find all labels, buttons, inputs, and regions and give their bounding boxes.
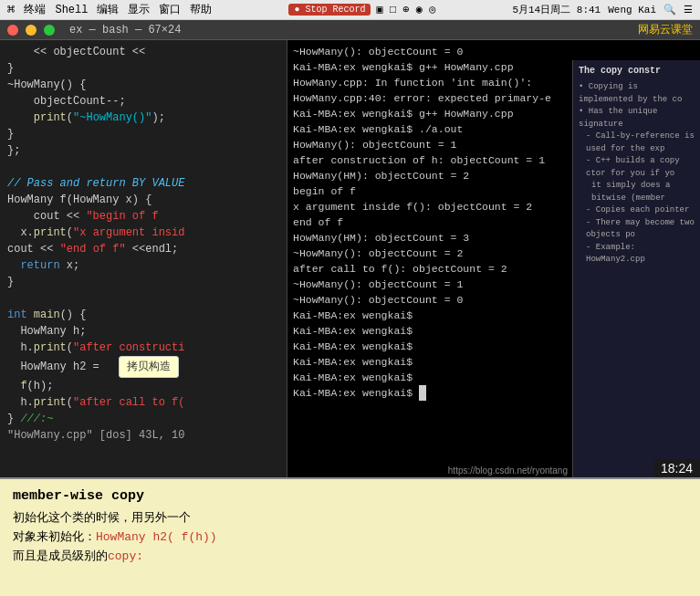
main-container: << objectCount << } ~HowMany() { objectC… xyxy=(0,40,700,497)
datetime-label: 5月14日周二 8:41 xyxy=(512,3,601,16)
code-line: } ///:~ xyxy=(0,411,287,427)
window-title: ex — bash — 67×24 xyxy=(69,24,181,37)
help-menu[interactable]: 帮助 xyxy=(190,2,212,17)
code-line: }; xyxy=(0,142,287,159)
close-button[interactable] xyxy=(7,25,18,36)
code-line: objectCount--; xyxy=(0,93,287,110)
copy-constructor-content: • Copying is implemented by the co • Has… xyxy=(579,81,695,267)
code-line: } xyxy=(0,274,287,290)
code-line: HowMany h2 = 拷贝构造 xyxy=(0,356,287,378)
terminal-menu[interactable]: 终端 xyxy=(24,2,46,17)
menu-bar: ⌘ 终端 Shell 编辑 显示 窗口 帮助 ● Stop Record ▣ □… xyxy=(0,0,700,20)
code-line: << objectCount << xyxy=(0,44,287,60)
code-line: HowMany h; xyxy=(0,323,287,340)
window-menu[interactable]: 窗口 xyxy=(159,2,181,17)
code-line: HowMany f(HowMany x) { xyxy=(0,192,287,208)
user-label: Weng Kai xyxy=(608,5,656,16)
code-line: x.print("x argument insid xyxy=(0,225,287,241)
code-line xyxy=(0,290,287,307)
right-panel-line: • Copying is implemented by the co xyxy=(579,81,695,106)
menu-bar-center: ● Stop Record ▣ □ ⊕ ◉ ◎ xyxy=(223,3,501,16)
right-panel-line: - Example: HowMany2.cpp xyxy=(579,242,695,267)
terminal-line: ~HowMany(): objectCount = 0 xyxy=(293,44,695,59)
bottom-line1: 初始化这个类的时候，用另外一个 xyxy=(13,509,687,528)
code-content: << objectCount << } ~HowMany() { objectC… xyxy=(0,40,287,447)
code-line: print("~HowMany()"); xyxy=(0,110,287,126)
right-panel-line: - Call-by-reference is used for the exp xyxy=(579,131,695,155)
bottom-red-text: copy: xyxy=(108,549,143,563)
code-line: ~HowMany() { xyxy=(0,77,287,93)
code-line: cout << "begin of f xyxy=(0,208,287,225)
right-panel-line: • Has the unique signature xyxy=(579,106,695,131)
window-title-bar: ex — bash — 67×24 网易云课堂 xyxy=(0,20,700,40)
right-panel-line: - C++ builds a copy ctor for you if yo xyxy=(579,155,695,180)
bottom-code: HowMany h2( f(h)) xyxy=(96,530,217,544)
code-line: "HowMany.cpp" [dos] 43L, 10 xyxy=(0,427,287,444)
code-line: // Pass and return BY VALUE xyxy=(0,175,287,192)
code-line: } xyxy=(0,60,287,77)
apple-menu[interactable]: ⌘ xyxy=(7,2,15,17)
code-line: f(h); xyxy=(0,378,287,394)
shell-menu[interactable]: Shell xyxy=(55,4,88,16)
menu-bar-left: ⌘ 终端 Shell 编辑 显示 窗口 帮助 xyxy=(7,2,212,17)
code-line: } xyxy=(0,126,287,142)
menu-icons: ▣ □ ⊕ ◉ ◎ xyxy=(376,3,435,16)
right-panel-line: it simply does a bitwise (member xyxy=(579,180,695,204)
menu-list-icon[interactable]: ☰ xyxy=(684,4,693,16)
tooltip-kopei[interactable]: 拷贝构造 xyxy=(119,356,179,378)
timestamp: 18:24 xyxy=(653,459,700,477)
code-line: h.print("after constructi xyxy=(0,340,287,356)
search-icon[interactable]: 🔍 xyxy=(663,4,676,16)
watermark: https://blog.csdn.net/ryontang xyxy=(448,465,568,476)
code-line xyxy=(0,159,287,175)
stop-record-button[interactable]: ● Stop Record xyxy=(288,4,371,16)
code-line: cout << "end of f" <<endl; xyxy=(0,241,287,257)
school-label: 网易云课堂 xyxy=(638,22,693,37)
bottom-line3: 而且是成员级别的copy: xyxy=(13,548,687,567)
minimize-button[interactable] xyxy=(26,25,37,36)
bottom-annotation-panel: member-wise copy 初始化这个类的时候，用另外一个 对象来初始化：… xyxy=(0,477,700,596)
bottom-title: member-wise copy xyxy=(13,488,687,504)
code-line: int main() { xyxy=(0,307,287,323)
bottom-line2: 对象来初始化：HowMany h2( f(h)) xyxy=(13,528,687,548)
menu-bar-right: 5月14日周二 8:41 Weng Kai 🔍 ☰ xyxy=(512,3,693,16)
maximize-button[interactable] xyxy=(44,25,55,36)
code-line: h.print("after call to f( xyxy=(0,394,287,411)
right-panel-line: - There may become two objects po xyxy=(579,217,695,242)
code-line: return x; xyxy=(0,257,287,274)
display-menu[interactable]: 显示 xyxy=(128,2,150,17)
right-panel-line: - Copies each pointer xyxy=(579,204,695,217)
copy-constructor-title: The copy constr xyxy=(579,66,695,76)
right-side-panel: The copy constr • Copying is implemented… xyxy=(572,60,700,497)
terminal-panel: ~HowMany(): objectCount = 0 Kai-MBA:ex w… xyxy=(287,40,700,497)
edit-menu[interactable]: 编辑 xyxy=(97,2,119,17)
code-editor-panel: << objectCount << } ~HowMany() { objectC… xyxy=(0,40,287,497)
